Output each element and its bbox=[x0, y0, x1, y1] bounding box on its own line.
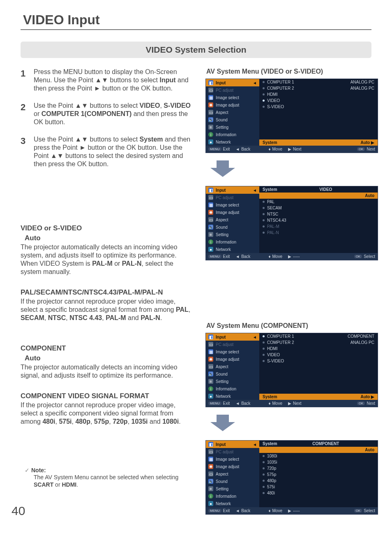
sidebar-item-aspect[interactable]: ▭Aspect bbox=[206, 109, 259, 116]
list-item[interactable]: PAL bbox=[259, 199, 378, 205]
aspect-icon: ▭ bbox=[208, 364, 213, 369]
sidebar-item-image-select[interactable]: ▦Image select bbox=[206, 94, 259, 101]
list-item[interactable]: VIDEO bbox=[259, 97, 378, 104]
sidebar-item-setting[interactable]: ≡Setting bbox=[206, 123, 259, 131]
radio-icon bbox=[263, 354, 265, 356]
radio-icon bbox=[263, 492, 265, 494]
sidebar-item-label: Aspect bbox=[216, 472, 228, 476]
sidebar-item-image-adjust[interactable]: ✺Image adjust bbox=[206, 463, 259, 470]
globe-icon: ● bbox=[208, 247, 213, 252]
sidebar-item-image-select[interactable]: ▦Image select bbox=[206, 455, 259, 463]
list-item[interactable]: HDMI bbox=[259, 346, 378, 352]
list-item[interactable]: COMPUTER 1ANALOG PC bbox=[259, 79, 378, 85]
text: 1035i bbox=[131, 418, 148, 425]
sidebar-item-network[interactable]: ●Network bbox=[206, 246, 259, 253]
sidebar-item-pc-adjust[interactable]: ▭PC adjust bbox=[206, 194, 259, 201]
radio-icon bbox=[263, 225, 265, 227]
list-item[interactable]: 1080i bbox=[259, 453, 378, 459]
sidebar-item-aspect[interactable]: ▭Aspect bbox=[206, 470, 259, 478]
text: 575i bbox=[59, 418, 71, 425]
list-item[interactable]: 480p bbox=[259, 478, 378, 484]
sidebar-item-network[interactable]: ●Network bbox=[206, 500, 259, 507]
sidebar-item-network[interactable]: ●Network bbox=[206, 392, 259, 400]
text: COMPUTER 1(COMPONENT) bbox=[42, 110, 132, 117]
footer-label: ----- bbox=[293, 254, 300, 259]
list-item[interactable]: 480i bbox=[259, 490, 378, 496]
sidebar-item-setting[interactable]: ≡Setting bbox=[206, 485, 259, 492]
sidebar-item-image-adjust[interactable]: ✺Image adjust bbox=[206, 355, 259, 363]
list-item[interactable]: PAL-N bbox=[259, 230, 378, 236]
sidebar-item-image-adjust[interactable]: ✺Image adjust bbox=[206, 209, 259, 216]
item-label: COMPUTER 2 bbox=[267, 340, 294, 345]
text: 1080i bbox=[162, 418, 179, 425]
system-label: System bbox=[263, 140, 277, 145]
sidebar-item-label: Network bbox=[216, 394, 231, 399]
list-item[interactable]: VIDEO bbox=[259, 352, 378, 358]
sidebar-item-information[interactable]: iInformation bbox=[206, 492, 259, 500]
list-item[interactable]: S-VIDEO bbox=[259, 104, 378, 110]
text: ANALOG PC bbox=[350, 86, 374, 91]
list-item[interactable]: COMPUTER 2ANALOG PC bbox=[259, 85, 378, 91]
system-value: Auto bbox=[360, 140, 370, 145]
list-item[interactable]: 1035i bbox=[259, 459, 378, 465]
item-label: 720p bbox=[267, 466, 276, 471]
sidebar-item-input[interactable]: ◧Input◄ bbox=[206, 441, 259, 448]
sidebar-item-setting[interactable]: ≡Setting bbox=[206, 231, 259, 238]
list-item[interactable]: SECAM bbox=[259, 205, 378, 211]
sidebar-item-network[interactable]: ●Network bbox=[206, 138, 259, 146]
chevron-left-icon: ◄ bbox=[235, 254, 240, 259]
system-row[interactable]: SystemAuto ▶ bbox=[259, 139, 378, 146]
footer-label: Back bbox=[241, 401, 250, 406]
list-item[interactable]: COMPUTER 2ANALOG PC bbox=[259, 339, 378, 346]
list-item[interactable]: HDMI bbox=[259, 91, 378, 97]
sidebar-item-input[interactable]: ◧Input◄ bbox=[206, 186, 259, 194]
sidebar-item-sound[interactable]: 🔊Sound bbox=[206, 370, 259, 378]
system-row[interactable]: SystemAuto ▶ bbox=[259, 394, 378, 400]
list-item[interactable]: S-VIDEO bbox=[259, 358, 378, 364]
menu-key-icon: MENU bbox=[208, 402, 221, 405]
sidebar-item-image-select[interactable]: ▦Image select bbox=[206, 348, 259, 355]
sidebar-item-image-select[interactable]: ▦Image select bbox=[206, 201, 259, 209]
list-item[interactable]: NTSC4.43 bbox=[259, 217, 378, 223]
text: , bbox=[66, 314, 69, 321]
heading: COMPONENT bbox=[21, 344, 193, 353]
sidebar-item-sound[interactable]: 🔊Sound bbox=[206, 478, 259, 485]
item-label: 480p bbox=[267, 478, 276, 483]
sidebar-item-setting[interactable]: ≡Setting bbox=[206, 378, 259, 385]
sidebar-item-pc-adjust[interactable]: ▭PC adjust bbox=[206, 341, 259, 348]
step-number: 3 bbox=[21, 135, 28, 168]
text: The projector automatically detects an i… bbox=[21, 363, 193, 380]
image-icon: ▦ bbox=[208, 202, 213, 207]
item-label: S-VIDEO bbox=[267, 104, 284, 109]
sidebar-item-aspect[interactable]: ▭Aspect bbox=[206, 216, 259, 223]
sidebar-item-input[interactable]: ◧Input◄ bbox=[206, 333, 259, 341]
list-item[interactable]: 575p bbox=[259, 471, 378, 478]
footer-label: Next bbox=[367, 401, 375, 406]
sidebar-item-image-adjust[interactable]: ✺Image adjust bbox=[206, 101, 259, 109]
list-item[interactable]: 575i bbox=[259, 484, 378, 490]
sidebar-item-information[interactable]: iInformation bbox=[206, 385, 259, 392]
sidebar-item-sound[interactable]: 🔊Sound bbox=[206, 116, 259, 123]
sidebar-item-aspect[interactable]: ▭Aspect bbox=[206, 363, 259, 370]
list-item[interactable]: 720p bbox=[259, 465, 378, 471]
text: 480i bbox=[42, 418, 55, 425]
list-item[interactable]: NTSC bbox=[259, 211, 378, 217]
heading: Auto bbox=[25, 234, 193, 242]
sidebar-item-pc-adjust[interactable]: ▭PC adjust bbox=[206, 448, 259, 455]
radio-icon bbox=[263, 93, 265, 95]
text: PAL bbox=[176, 306, 189, 313]
sidebar-item-information[interactable]: iInformation bbox=[206, 131, 259, 138]
sidebar-item-sound[interactable]: 🔊Sound bbox=[206, 223, 259, 231]
system-label: System bbox=[263, 395, 277, 399]
list-item[interactable]: Auto bbox=[259, 193, 378, 199]
aspect-icon: ▭ bbox=[208, 471, 213, 476]
page-title: VIDEO Input bbox=[23, 12, 371, 28]
list-item[interactable]: COMPUTER 1COMPONENT bbox=[259, 333, 378, 339]
list-item[interactable]: Auto bbox=[259, 447, 378, 453]
sidebar-item-label: Setting bbox=[216, 232, 228, 237]
sidebar-item-information[interactable]: iInformation bbox=[206, 238, 259, 246]
sidebar-item-input[interactable]: ◧Input◄ bbox=[206, 79, 259, 86]
sidebar-item-pc-adjust[interactable]: ▭PC adjust bbox=[206, 86, 259, 94]
radio-selected-icon bbox=[263, 335, 265, 337]
list-item[interactable]: PAL-M bbox=[259, 223, 378, 230]
